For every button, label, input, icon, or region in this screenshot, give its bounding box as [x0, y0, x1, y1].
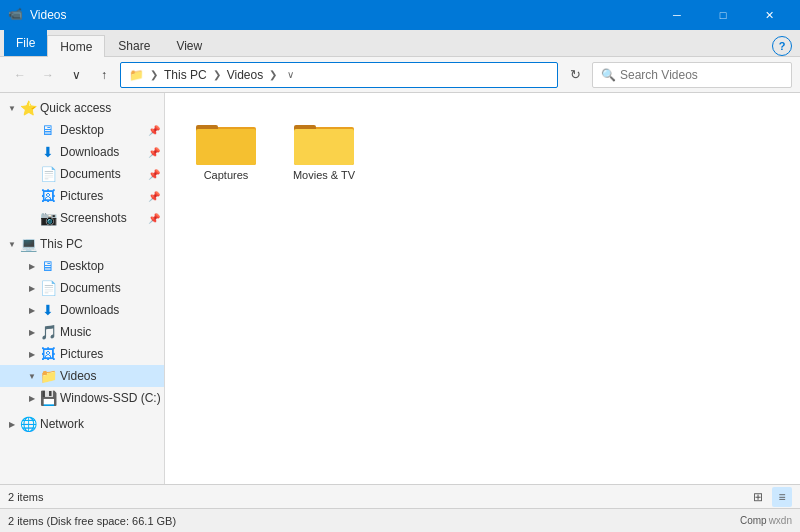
downloads-expand-pc[interactable] — [24, 302, 40, 318]
ssd-expand-pc[interactable] — [24, 390, 40, 406]
this-pc-expand[interactable] — [4, 236, 20, 252]
view-icon-grid[interactable]: ⊞ — [748, 487, 768, 507]
documents-label-qa: Documents — [60, 167, 121, 181]
up-button[interactable]: ↑ — [92, 63, 116, 87]
pictures-expand-pc[interactable] — [24, 346, 40, 362]
network-icon: 🌐 — [20, 416, 36, 432]
sidebar-item-screenshots-qa[interactable]: 📷 Screenshots 📌 — [0, 207, 164, 229]
address-segment-videos[interactable]: Videos — [227, 68, 263, 82]
folder-captures[interactable]: Captures — [181, 109, 271, 189]
music-expand-pc[interactable] — [24, 324, 40, 340]
view-icon-list[interactable]: ≡ — [772, 487, 792, 507]
help-area: ? — [772, 36, 796, 56]
sidebar-item-videos-pc[interactable]: 📁 Videos — [0, 365, 164, 387]
address-folder-icon: 📁 — [129, 68, 144, 82]
tab-share[interactable]: Share — [105, 34, 163, 56]
folder-movies-label: Movies & TV — [293, 169, 355, 181]
address-dropdown-btn[interactable]: ∨ — [287, 69, 294, 80]
tab-home[interactable]: Home — [47, 35, 105, 57]
search-icon: 🔍 — [601, 68, 616, 82]
quick-access-header[interactable]: ⭐ Quick access — [0, 97, 164, 119]
desktop-label-qa: Desktop — [60, 123, 104, 137]
quick-access-expand[interactable] — [4, 100, 20, 116]
pictures-icon-qa: 🖼 — [40, 188, 56, 204]
sidebar-item-documents-qa[interactable]: 📄 Documents 📌 — [0, 163, 164, 185]
desktop-expand-pc[interactable] — [24, 258, 40, 274]
network-label: Network — [40, 417, 84, 431]
sidebar-item-pictures-pc[interactable]: 🖼 Pictures — [0, 343, 164, 365]
sidebar-item-ssd-pc[interactable]: 💾 Windows-SSD (C:) — [0, 387, 164, 409]
this-pc-header[interactable]: 💻 This PC — [0, 233, 164, 255]
documents-icon-pc: 📄 — [40, 280, 56, 296]
back-button[interactable]: ← — [8, 63, 32, 87]
screenshots-pin: 📌 — [148, 213, 160, 224]
videos-label-pc: Videos — [60, 369, 96, 383]
sidebar-item-documents-pc[interactable]: 📄 Documents — [0, 277, 164, 299]
folder-captures-icon — [196, 117, 256, 165]
app-icon: 📹 — [8, 7, 24, 23]
music-label-pc: Music — [60, 325, 91, 339]
search-bar[interactable]: 🔍 — [592, 62, 792, 88]
forward-button[interactable]: → — [36, 63, 60, 87]
quick-access-section: ⭐ Quick access 🖥 Desktop 📌 ⬇ Downloads 📌 — [0, 97, 164, 229]
svg-rect-2 — [196, 129, 256, 165]
help-button[interactable]: ? — [772, 36, 792, 56]
taskbar-area: Comp wxdn — [740, 515, 792, 526]
address-segment-thispc[interactable]: This PC — [164, 68, 207, 82]
close-button[interactable]: ✕ — [746, 0, 792, 30]
refresh-button[interactable]: ↻ — [562, 62, 588, 88]
thispc-icon: 💻 — [20, 236, 36, 252]
screenshots-icon-qa: 📷 — [40, 210, 56, 226]
ssd-label-pc: Windows-SSD (C:) — [60, 391, 161, 405]
sidebar-item-pictures-qa[interactable]: 🖼 Pictures 📌 — [0, 185, 164, 207]
window-title: Videos — [30, 8, 654, 22]
tab-view[interactable]: View — [163, 34, 215, 56]
search-input[interactable] — [620, 68, 783, 82]
title-bar: 📹 Videos ─ □ ✕ — [0, 0, 800, 30]
ssd-icon-pc: 💾 — [40, 390, 56, 406]
address-bar[interactable]: 📁 ❯ This PC ❯ Videos ❯ ∨ — [120, 62, 558, 88]
sidebar-item-downloads-qa[interactable]: ⬇ Downloads 📌 — [0, 141, 164, 163]
sidebar-item-desktop-qa[interactable]: 🖥 Desktop 📌 — [0, 119, 164, 141]
music-icon-pc: 🎵 — [40, 324, 56, 340]
sidebar-item-desktop-pc[interactable]: 🖥 Desktop — [0, 255, 164, 277]
downloads-icon-pc: ⬇ — [40, 302, 56, 318]
content-area: Captures Movies & TV — [165, 93, 800, 484]
desktop-icon: 🖥 — [40, 122, 56, 138]
tab-file[interactable]: File — [4, 30, 47, 56]
toolbar: ← → ∨ ↑ 📁 ❯ This PC ❯ Videos ❯ ∨ ↻ 🔍 — [0, 57, 800, 93]
taskbar-text: Comp — [740, 515, 767, 526]
disk-free-label: 2 items (Disk free space: 66.1 GB) — [8, 515, 176, 527]
pictures-icon-pc: 🖼 — [40, 346, 56, 362]
documents-expand-pc[interactable] — [24, 280, 40, 296]
videos-expand-pc[interactable] — [24, 368, 40, 384]
pictures-pin: 📌 — [148, 191, 160, 202]
desktop-icon-pc: 🖥 — [40, 258, 56, 274]
desktop-pin: 📌 — [148, 125, 160, 136]
folder-movies[interactable]: Movies & TV — [279, 109, 369, 189]
downloads-label-pc: Downloads — [60, 303, 119, 317]
address-chevron-3: ❯ — [269, 69, 277, 80]
sidebar-item-downloads-pc[interactable]: ⬇ Downloads — [0, 299, 164, 321]
network-header[interactable]: 🌐 Network — [0, 413, 164, 435]
recent-locations-button[interactable]: ∨ — [64, 63, 88, 87]
sidebar-item-music-pc[interactable]: 🎵 Music — [0, 321, 164, 343]
address-chevron-2: ❯ — [213, 69, 221, 80]
sidebar: ⭐ Quick access 🖥 Desktop 📌 ⬇ Downloads 📌 — [0, 93, 165, 484]
minimize-button[interactable]: ─ — [654, 0, 700, 30]
network-section: 🌐 Network — [0, 413, 164, 435]
pictures-label-pc: Pictures — [60, 347, 103, 361]
item-count: 2 items — [8, 491, 43, 503]
main-layout: ⭐ Quick access 🖥 Desktop 📌 ⬇ Downloads 📌 — [0, 93, 800, 484]
folder-captures-svg — [196, 117, 256, 165]
maximize-button[interactable]: □ — [700, 0, 746, 30]
address-chevron-1: ❯ — [150, 69, 158, 80]
pictures-label-qa: Pictures — [60, 189, 103, 203]
network-expand[interactable] — [4, 416, 20, 432]
status-bar-right: ⊞ ≡ — [748, 487, 792, 507]
folder-movies-svg — [294, 117, 354, 165]
ribbon-tab-bar: File Home Share View ? — [0, 30, 800, 56]
disk-info-bar: 2 items (Disk free space: 66.1 GB) Comp … — [0, 508, 800, 532]
quick-access-label: Quick access — [40, 101, 111, 115]
this-pc-label: This PC — [40, 237, 83, 251]
